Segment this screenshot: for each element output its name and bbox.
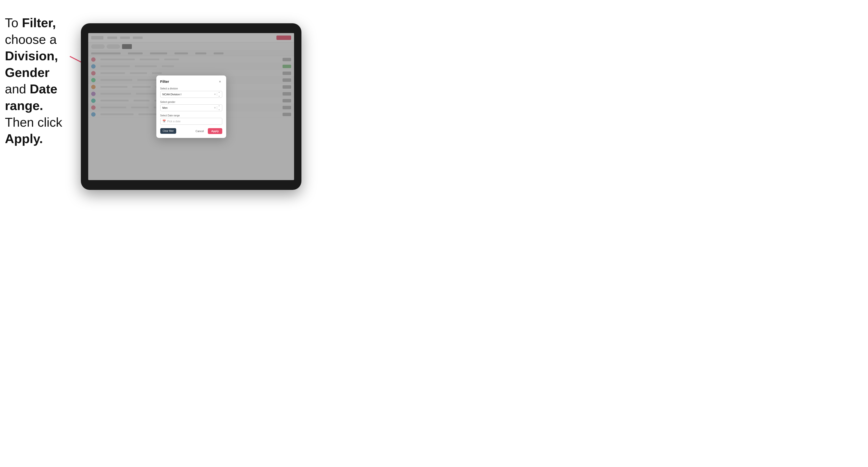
division-arrows-icon[interactable]: ⌃⌄ xyxy=(218,92,220,97)
division-select[interactable]: NCAA Division I × ⌃⌄ xyxy=(160,91,222,98)
bold-filter: Filter, xyxy=(22,16,56,30)
division-clear-icon[interactable]: × xyxy=(214,93,216,96)
gender-arrows-icon[interactable]: ⌃⌄ xyxy=(218,105,220,111)
apply-button[interactable]: Apply xyxy=(208,128,222,134)
gender-clear-icon[interactable]: × xyxy=(214,106,216,109)
tablet-screen: Filter × Select a division NCAA Division… xyxy=(88,33,294,180)
modal-footer: Clear filter Cancel Apply xyxy=(160,128,222,134)
modal-footer-right: Cancel Apply xyxy=(194,128,222,134)
cancel-button[interactable]: Cancel xyxy=(194,128,206,134)
instruction-text: To Filter, choose a Division, Gender and… xyxy=(5,15,81,147)
bold-division-gender: Division, Gender xyxy=(5,49,58,80)
modal-overlay: Filter × Select a division NCAA Division… xyxy=(88,33,294,180)
date-placeholder-text: Pick a date xyxy=(167,120,181,123)
modal-header: Filter × xyxy=(160,80,222,84)
gender-label: Select gender xyxy=(160,101,222,103)
filter-modal: Filter × Select a division NCAA Division… xyxy=(156,75,226,138)
select-controls-division: × ⌃⌄ xyxy=(214,92,220,97)
bold-apply: Apply. xyxy=(5,131,43,146)
clear-filter-button[interactable]: Clear filter xyxy=(160,128,177,134)
modal-close-button[interactable]: × xyxy=(218,80,222,84)
division-form-group: Select a division NCAA Division I × ⌃⌄ xyxy=(160,87,222,98)
gender-form-group: Select gender Men × ⌃⌄ xyxy=(160,101,222,111)
select-controls-gender: × ⌃⌄ xyxy=(214,105,220,111)
gender-selected-value: Men xyxy=(162,106,214,109)
gender-select[interactable]: Men × ⌃⌄ xyxy=(160,104,222,111)
bold-date-range: Date range. xyxy=(5,82,57,113)
modal-title: Filter xyxy=(160,80,169,84)
division-selected-value: NCAA Division I xyxy=(162,93,214,96)
calendar-icon: 📅 xyxy=(162,120,166,123)
tablet-frame: Filter × Select a division NCAA Division… xyxy=(81,23,302,190)
division-label: Select a division xyxy=(160,87,222,90)
date-input[interactable]: 📅 Pick a date xyxy=(160,118,222,125)
date-form-group: Select Date range 📅 Pick a date xyxy=(160,114,222,125)
date-label: Select Date range xyxy=(160,114,222,117)
